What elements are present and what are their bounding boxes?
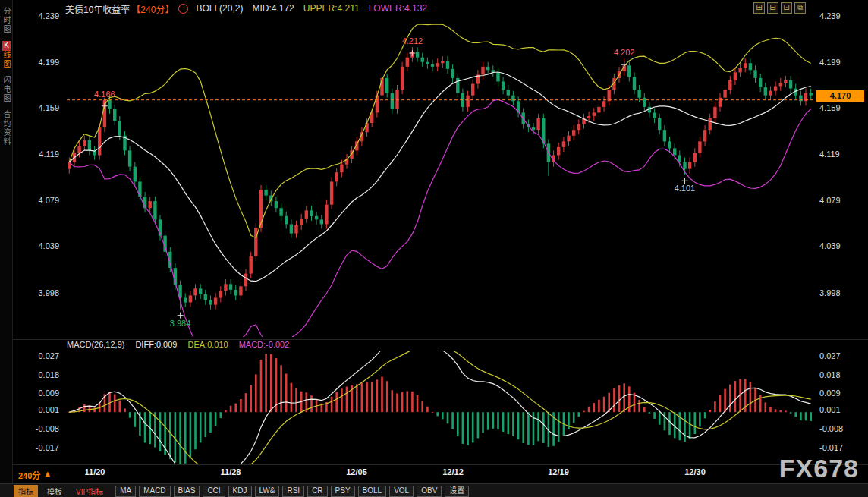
price-axis-tick: 3.998 (38, 288, 59, 298)
price-axis-tick: 4.199 (819, 57, 841, 68)
sidebar-item-contract-info[interactable]: 合约资料 (2, 110, 11, 146)
macd-axis-tick: 0.009 (38, 388, 59, 398)
macd-axis-tick: 0.018 (819, 370, 841, 380)
date-axis-label: 12/30 (677, 467, 713, 477)
macd-axis-tick: 0.001 (38, 404, 59, 415)
date-axis-label: 12/19 (540, 467, 577, 477)
price-annotation: 4.212 (402, 36, 423, 56)
macd-axis-tick: 0.027 (38, 351, 59, 361)
macd-right-axis: 0.0270.0180.0090.001-0.008-0.017 (818, 351, 866, 464)
last-price-badge: 4.170 (816, 90, 864, 102)
indicator-button-psy[interactable]: PSY (331, 486, 355, 497)
left-sidebar: 分时图K线图闪电图合约资料 (0, 0, 13, 483)
macd-axis-tick: -0.017 (36, 442, 59, 453)
indicator-button-macd[interactable]: MACD (139, 486, 170, 497)
svg-text:4.212: 4.212 (402, 36, 423, 46)
tab-indicators[interactable]: 指标 (14, 485, 38, 497)
macd-left-axis: 0.0270.0180.0090.001-0.008-0.017 (11, 351, 64, 464)
boll-lower-line (69, 99, 810, 337)
indicator-button-obv[interactable]: OBV (417, 486, 442, 497)
price-axis-tick: 4.239 (819, 11, 841, 21)
svg-text:4.166: 4.166 (94, 90, 115, 99)
svg-text:4.202: 4.202 (614, 48, 635, 57)
macd-axis-tick: -0.017 (819, 442, 843, 453)
indicator-button-lw[interactable]: LW& (255, 486, 280, 497)
sidebar-item-kline-chart[interactable]: K线图 (2, 41, 11, 69)
panel-separator (12, 464, 868, 465)
up-arrow-icon: ▲ (43, 469, 52, 481)
macd-axis-tick: 0.018 (38, 370, 59, 380)
macd-chart[interactable] (67, 351, 813, 464)
price-axis-tick: 4.239 (38, 11, 59, 21)
date-axis-label: 12/12 (435, 467, 471, 477)
boll-upper-line (69, 24, 810, 238)
indicator-button-kdj[interactable]: KDJ (228, 486, 252, 497)
date-axis: 11/2011/2812/0512/1212/1912/30 (67, 467, 813, 479)
macd-axis-tick: -0.008 (819, 423, 843, 434)
price-axis-tick: 4.119 (39, 149, 59, 159)
macd-axis-tick: -0.008 (36, 423, 59, 434)
price-axis-tick: 4.079 (38, 195, 59, 206)
price-annotation: 4.202 (614, 48, 635, 68)
date-axis-label: 11/20 (77, 467, 113, 477)
indicator-button-boll[interactable]: BOLL (358, 486, 387, 497)
app-root: 分时图K线图闪电图合约资料 美债10年收益率 【240分】 − BOLL(20,… (0, 0, 868, 497)
settings-button[interactable]: 设置 (445, 486, 469, 497)
period-selector[interactable]: 240分 ▲ (18, 469, 52, 481)
left-price-axis: 4.2394.1994.1594.1194.0794.0393.998 (11, 9, 64, 337)
indicator-button-cr[interactable]: CR (307, 486, 327, 497)
macd-header: MACD(26,12,9) DIFF:0.009 DEA:0.010 MACD:… (67, 340, 289, 350)
indicator-button-bias[interactable]: BIAS (174, 486, 200, 497)
right-price-axis: 4.2394.1994.1594.1194.0794.0393.998 (818, 9, 866, 337)
price-axis-tick: 4.039 (819, 241, 841, 251)
indicator-button-ma[interactable]: MA (115, 486, 136, 497)
price-axis-tick: 4.119 (819, 149, 840, 159)
macd-axis-tick: 0.027 (819, 351, 841, 361)
boll-mid-line (69, 72, 810, 282)
macd-axis-tick: 0.001 (819, 404, 841, 415)
candlestick-chart[interactable]: 4.1664.2124.2024.1013.984 (67, 9, 813, 337)
tab-vip-indicators[interactable]: VIP指标 (71, 485, 108, 497)
macd-dea-value: DEA:0.010 (187, 340, 228, 350)
indicator-button-vol[interactable]: VOL (389, 486, 414, 497)
sidebar-item-lightning-chart[interactable]: 闪电图 (2, 76, 11, 103)
macd-diff-value: DIFF:0.009 (135, 340, 177, 350)
bottom-tabs: 指标模板VIP指标 (14, 485, 108, 497)
macd-axis-tick: 0.009 (819, 388, 841, 398)
sidebar-items: 分时图K线图闪电图合约资料 (0, 7, 12, 146)
period-label: 240分 (18, 469, 40, 481)
candles-layer (68, 47, 813, 310)
brand-watermark: FX678 (779, 454, 859, 483)
price-axis-tick: 4.039 (38, 241, 59, 251)
price-axis-tick: 3.998 (819, 288, 841, 298)
indicator-button-cci[interactable]: CCI (203, 486, 225, 497)
bottom-toolbar: 指标模板VIP指标 MAMACDBIASCCIKDJLW&RSICRPSYBOL… (0, 483, 868, 497)
price-axis-tick: 4.199 (38, 57, 59, 68)
svg-text:3.984: 3.984 (170, 319, 191, 328)
indicator-buttons: MAMACDBIASCCIKDJLW&RSICRPSYBOLLVOLOBV设置 (115, 486, 469, 497)
indicator-button-rsi[interactable]: RSI (282, 486, 304, 497)
date-axis-label: 12/05 (338, 467, 375, 477)
sidebar-item-time-chart[interactable]: 分时图 (2, 7, 11, 34)
price-axis-tick: 4.079 (819, 195, 841, 206)
tab-templates[interactable]: 模板 (42, 485, 67, 497)
price-axis-tick: 4.159 (819, 102, 841, 113)
date-axis-label: 11/28 (212, 467, 249, 477)
macd-label: MACD(26,12,9) (67, 340, 124, 350)
price-annotation: 3.984 (170, 313, 191, 328)
price-axis-tick: 4.159 (38, 102, 59, 113)
macd-hist-value: MACD:-0.002 (239, 340, 290, 350)
svg-text:4.101: 4.101 (675, 184, 696, 193)
macd-histogram-layer (68, 354, 812, 464)
